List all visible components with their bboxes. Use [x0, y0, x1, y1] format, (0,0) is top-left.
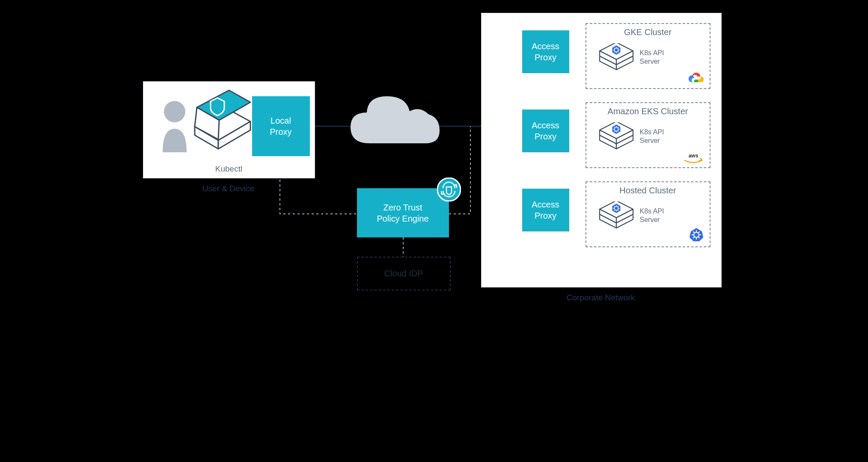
user-laptop-icon: [154, 88, 253, 165]
k8s-api-label-3: K8s API Server: [640, 207, 664, 224]
kubectl-label: Kubectl: [143, 164, 315, 174]
k8s-api-label-1: K8s API Server: [640, 49, 664, 66]
kubernetes-icon: [689, 228, 704, 242]
svg-text:aws: aws: [688, 153, 698, 159]
architecture-diagram: Kubectl User & Device Local Proxy Zero T…: [109, 0, 760, 346]
cluster-box-eks: Amazon EKS Cluster: [586, 102, 710, 168]
access-proxy-box-1: Access Proxy: [522, 30, 569, 73]
corporate-network-panel: Access Proxy GKE Cluster: [481, 13, 722, 287]
svg-point-11: [164, 101, 185, 122]
svg-point-17: [437, 178, 461, 201]
cluster-box-gke: GKE Cluster: [586, 23, 710, 89]
gcp-icon: [687, 71, 705, 85]
server-icon: [597, 122, 636, 150]
access-proxy-box-2: Access Proxy: [522, 110, 569, 152]
policy-engine-badge-icon: [437, 178, 461, 201]
cloud-idp-label: Cloud IDP: [384, 269, 423, 278]
cluster-title-hosted: Hosted Cluster: [586, 186, 710, 195]
policy-engine-box: Zero Trust Policy Engine: [357, 188, 449, 237]
cluster-title-eks: Amazon EKS Cluster: [586, 107, 710, 116]
corporate-network-caption: Corporate Network: [481, 293, 721, 302]
server-icon: [597, 43, 636, 71]
server-icon: [597, 201, 636, 229]
cloud-idp-box: Cloud IDP: [357, 257, 451, 290]
cluster-title-gke: GKE Cluster: [586, 27, 710, 37]
local-proxy-box: Local Proxy: [252, 96, 310, 156]
k8s-api-label-2: K8s API Server: [640, 128, 664, 145]
cluster-box-hosted: Hosted Cluster: [586, 181, 710, 247]
cloud-icon: [346, 88, 443, 152]
access-proxy-box-3: Access Proxy: [522, 189, 569, 231]
user-device-caption: User & Device: [143, 184, 314, 193]
aws-icon: aws: [682, 152, 705, 165]
